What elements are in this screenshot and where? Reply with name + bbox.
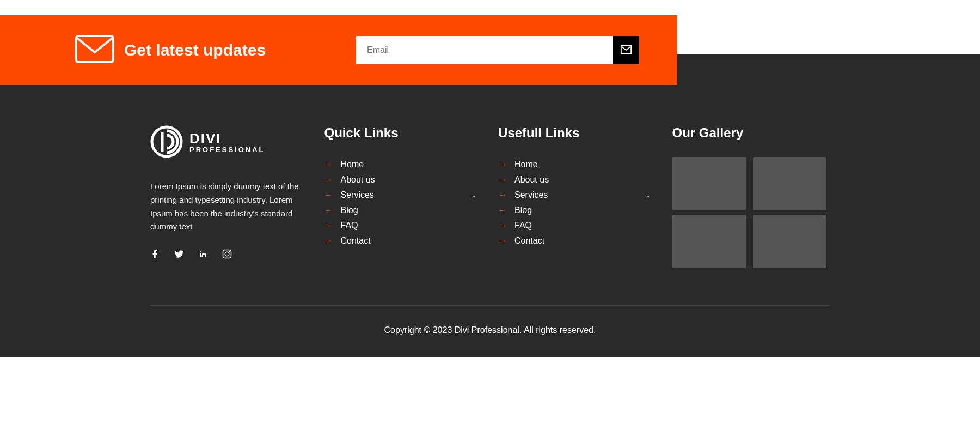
about-text: Lorem Ipsum is simply dummy text of the …: [150, 180, 308, 234]
logo: DIVI PROFESSIONAL: [150, 125, 308, 160]
instagram-icon: [222, 249, 232, 261]
quick-links-column: Quick Links →Home →About us →Services⌄ →…: [324, 125, 482, 268]
gallery-image[interactable]: [672, 215, 746, 268]
nav-link-blog[interactable]: Blog: [341, 205, 358, 215]
arrow-icon: →: [498, 190, 507, 200]
gallery-image[interactable]: [672, 157, 746, 210]
chevron-down-icon[interactable]: ⌄: [645, 191, 651, 199]
list-item: →Blog: [498, 203, 656, 218]
list-item: →Contact: [498, 233, 656, 249]
facebook-icon: [150, 249, 160, 261]
nav-link-about[interactable]: About us: [341, 175, 375, 185]
svg-rect-4: [223, 250, 231, 258]
send-icon: [620, 44, 632, 57]
nav-link-faq[interactable]: FAQ: [514, 221, 532, 231]
subscribe-form: [356, 36, 639, 64]
list-item: →About us: [324, 172, 482, 187]
footer-about-column: DIVI PROFESSIONAL Lorem Ipsum is simply …: [150, 125, 308, 268]
list-item: →About us: [498, 172, 656, 187]
gallery-image[interactable]: [753, 215, 826, 268]
logo-text-sub: PROFESSIONAL: [189, 146, 265, 154]
svg-point-5: [225, 252, 229, 256]
submit-button[interactable]: [613, 36, 639, 64]
nav-link-blog[interactable]: Blog: [514, 205, 532, 215]
svg-point-6: [229, 251, 230, 252]
arrow-icon: →: [498, 205, 507, 215]
list-item: →Contact: [324, 233, 482, 249]
list-item: →FAQ: [324, 218, 482, 233]
arrow-icon: →: [498, 236, 507, 246]
gallery-grid: [672, 157, 830, 268]
gallery-image[interactable]: [753, 157, 826, 210]
arrow-icon: →: [324, 160, 333, 169]
list-item: →Services⌄: [324, 187, 482, 203]
arrow-icon: →: [324, 190, 333, 200]
arrow-icon: →: [498, 160, 507, 169]
email-input[interactable]: [356, 36, 613, 64]
nav-link-home[interactable]: Home: [514, 160, 538, 169]
quick-links-list: →Home →About us →Services⌄ →Blog →FAQ →C…: [324, 157, 482, 249]
nav-link-services[interactable]: Services: [341, 190, 374, 200]
gallery-column: Our Gallery: [672, 125, 830, 268]
facebook-link[interactable]: [150, 249, 160, 261]
linkedin-icon: [198, 249, 208, 261]
nav-link-home[interactable]: Home: [341, 160, 364, 169]
subscribe-title: Get latest updates: [124, 41, 266, 59]
linkedin-link[interactable]: [198, 249, 208, 261]
arrow-icon: →: [498, 221, 507, 231]
footer: DIVI PROFESSIONAL Lorem Ipsum is simply …: [0, 54, 980, 357]
twitter-icon: [174, 249, 184, 261]
arrow-icon: →: [324, 205, 333, 215]
twitter-link[interactable]: [174, 249, 184, 261]
list-item: →FAQ: [498, 218, 656, 233]
arrow-icon: →: [324, 221, 333, 231]
list-item: →Home: [498, 157, 656, 172]
logo-text-main: DIVI: [189, 131, 265, 146]
list-item: →Services⌄: [498, 187, 656, 203]
useful-links-heading: Usefull Links: [498, 125, 656, 141]
copyright: Copyright © 2023 Divi Professional. All …: [150, 306, 830, 357]
list-item: →Home: [324, 157, 482, 172]
nav-link-faq[interactable]: FAQ: [341, 221, 358, 231]
logo-icon: [150, 125, 183, 160]
nav-link-contact[interactable]: Contact: [514, 236, 544, 246]
svg-rect-0: [76, 36, 113, 62]
chevron-down-icon[interactable]: ⌄: [471, 191, 476, 199]
list-item: →Blog: [324, 203, 482, 218]
nav-link-contact[interactable]: Contact: [341, 236, 371, 246]
subscribe-bar: Get latest updates: [0, 15, 677, 85]
useful-links-column: Usefull Links →Home →About us →Services⌄…: [498, 125, 656, 268]
useful-links-list: →Home →About us →Services⌄ →Blog →FAQ →C…: [498, 157, 656, 249]
instagram-link[interactable]: [222, 249, 232, 261]
arrow-icon: →: [324, 175, 333, 185]
nav-link-services[interactable]: Services: [514, 190, 548, 200]
nav-link-about[interactable]: About us: [514, 175, 549, 185]
arrow-icon: →: [324, 236, 333, 246]
envelope-icon: [75, 35, 114, 65]
gallery-heading: Our Gallery: [672, 125, 830, 141]
arrow-icon: →: [498, 175, 507, 185]
quick-links-heading: Quick Links: [324, 125, 482, 141]
